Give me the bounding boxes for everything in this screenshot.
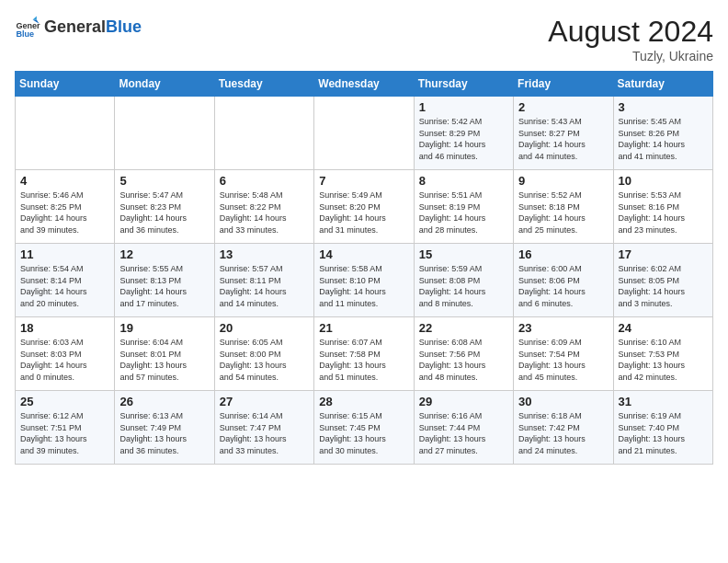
- day-number: 16: [518, 247, 608, 261]
- calendar-cell: 4Sunrise: 5:46 AM Sunset: 8:25 PM Daylig…: [16, 170, 115, 244]
- calendar-cell: 30Sunrise: 6:18 AM Sunset: 7:42 PM Dayli…: [514, 391, 613, 465]
- header-day-tuesday: Tuesday: [214, 72, 313, 97]
- logo-icon: General Blue: [15, 15, 40, 40]
- calendar-cell: 20Sunrise: 6:05 AM Sunset: 8:00 PM Dayli…: [214, 317, 313, 391]
- calendar-cell: 29Sunrise: 6:16 AM Sunset: 7:44 PM Dayli…: [414, 391, 513, 465]
- day-number: 20: [220, 321, 309, 335]
- day-number: 30: [518, 395, 608, 408]
- day-info: Sunrise: 6:04 AM Sunset: 8:01 PM Dayligh…: [119, 337, 209, 383]
- calendar-cell: 14Sunrise: 5:58 AM Sunset: 8:10 PM Dayli…: [314, 244, 414, 317]
- day-number: 7: [319, 174, 408, 188]
- day-info: Sunrise: 6:18 AM Sunset: 7:42 PM Dayligh…: [518, 410, 608, 456]
- week-row-3: 11Sunrise: 5:54 AM Sunset: 8:14 PM Dayli…: [16, 244, 713, 317]
- day-number: 11: [20, 247, 109, 261]
- calendar-cell: 25Sunrise: 6:12 AM Sunset: 7:51 PM Dayli…: [16, 391, 115, 465]
- day-info: Sunrise: 5:42 AM Sunset: 8:29 PM Dayligh…: [419, 116, 508, 162]
- header-row: SundayMondayTuesdayWednesdayThursdayFrid…: [16, 72, 713, 97]
- header-day-thursday: Thursday: [414, 72, 513, 97]
- day-info: Sunrise: 6:08 AM Sunset: 7:56 PM Dayligh…: [419, 337, 508, 383]
- calendar-cell: [214, 97, 313, 170]
- day-number: 24: [619, 321, 708, 335]
- calendar-cell: 21Sunrise: 6:07 AM Sunset: 7:58 PM Dayli…: [314, 317, 414, 391]
- day-number: 10: [619, 174, 708, 188]
- day-number: 28: [319, 395, 408, 408]
- day-number: 14: [319, 247, 408, 261]
- calendar-cell: [115, 97, 214, 170]
- day-number: 19: [119, 321, 209, 335]
- day-info: Sunrise: 5:57 AM Sunset: 8:11 PM Dayligh…: [220, 263, 309, 309]
- calendar-cell: 18Sunrise: 6:03 AM Sunset: 8:03 PM Dayli…: [16, 317, 115, 391]
- header-day-sunday: Sunday: [16, 72, 115, 97]
- day-info: Sunrise: 6:19 AM Sunset: 7:40 PM Dayligh…: [619, 410, 708, 456]
- day-info: Sunrise: 6:00 AM Sunset: 8:06 PM Dayligh…: [518, 263, 608, 309]
- day-info: Sunrise: 6:02 AM Sunset: 8:05 PM Dayligh…: [619, 263, 708, 309]
- week-row-5: 25Sunrise: 6:12 AM Sunset: 7:51 PM Dayli…: [16, 391, 713, 465]
- calendar-cell: 11Sunrise: 5:54 AM Sunset: 8:14 PM Dayli…: [16, 244, 115, 317]
- calendar-cell: 24Sunrise: 6:10 AM Sunset: 7:53 PM Dayli…: [613, 317, 712, 391]
- day-number: 5: [119, 174, 209, 188]
- day-info: Sunrise: 6:12 AM Sunset: 7:51 PM Dayligh…: [20, 410, 109, 456]
- calendar-cell: 5Sunrise: 5:47 AM Sunset: 8:23 PM Daylig…: [115, 170, 214, 244]
- day-info: Sunrise: 6:05 AM Sunset: 8:00 PM Dayligh…: [220, 337, 309, 383]
- calendar-cell: 15Sunrise: 5:59 AM Sunset: 8:08 PM Dayli…: [414, 244, 513, 317]
- day-info: Sunrise: 5:55 AM Sunset: 8:13 PM Dayligh…: [119, 263, 209, 309]
- day-info: Sunrise: 6:07 AM Sunset: 7:58 PM Dayligh…: [319, 337, 408, 383]
- calendar-cell: 2Sunrise: 5:43 AM Sunset: 8:27 PM Daylig…: [514, 97, 613, 170]
- calendar-cell: 17Sunrise: 6:02 AM Sunset: 8:05 PM Dayli…: [613, 244, 712, 317]
- calendar-cell: 28Sunrise: 6:15 AM Sunset: 7:45 PM Dayli…: [314, 391, 414, 465]
- week-row-1: 1Sunrise: 5:42 AM Sunset: 8:29 PM Daylig…: [16, 97, 713, 170]
- day-number: 4: [20, 174, 109, 188]
- day-info: Sunrise: 5:59 AM Sunset: 8:08 PM Dayligh…: [419, 263, 508, 309]
- day-number: 27: [220, 395, 309, 408]
- svg-marker-3: [33, 16, 37, 19]
- day-number: 26: [119, 395, 209, 408]
- location: Tuzly, Ukraine: [548, 49, 713, 63]
- day-info: Sunrise: 5:51 AM Sunset: 8:19 PM Dayligh…: [419, 190, 508, 236]
- calendar-cell: 22Sunrise: 6:08 AM Sunset: 7:56 PM Dayli…: [414, 317, 513, 391]
- calendar-cell: 10Sunrise: 5:53 AM Sunset: 8:16 PM Dayli…: [613, 170, 712, 244]
- day-info: Sunrise: 6:10 AM Sunset: 7:53 PM Dayligh…: [619, 337, 708, 383]
- day-info: Sunrise: 6:03 AM Sunset: 8:03 PM Dayligh…: [20, 337, 109, 383]
- header-day-wednesday: Wednesday: [314, 72, 414, 97]
- month-year: August 2024: [548, 15, 713, 49]
- week-row-2: 4Sunrise: 5:46 AM Sunset: 8:25 PM Daylig…: [16, 170, 713, 244]
- header-day-monday: Monday: [115, 72, 214, 97]
- calendar-cell: 6Sunrise: 5:48 AM Sunset: 8:22 PM Daylig…: [214, 170, 313, 244]
- day-info: Sunrise: 5:46 AM Sunset: 8:25 PM Dayligh…: [20, 190, 109, 236]
- calendar-cell: 23Sunrise: 6:09 AM Sunset: 7:54 PM Dayli…: [514, 317, 613, 391]
- day-info: Sunrise: 6:15 AM Sunset: 7:45 PM Dayligh…: [319, 410, 408, 456]
- day-number: 13: [220, 247, 309, 261]
- calendar-cell: 3Sunrise: 5:45 AM Sunset: 8:26 PM Daylig…: [613, 97, 712, 170]
- calendar-cell: 13Sunrise: 5:57 AM Sunset: 8:11 PM Dayli…: [214, 244, 313, 317]
- calendar-cell: [314, 97, 414, 170]
- day-number: 18: [20, 321, 109, 335]
- day-number: 6: [220, 174, 309, 188]
- calendar-cell: 16Sunrise: 6:00 AM Sunset: 8:06 PM Dayli…: [514, 244, 613, 317]
- calendar-cell: 7Sunrise: 5:49 AM Sunset: 8:20 PM Daylig…: [314, 170, 414, 244]
- calendar-cell: 31Sunrise: 6:19 AM Sunset: 7:40 PM Dayli…: [613, 391, 712, 465]
- day-info: Sunrise: 6:09 AM Sunset: 7:54 PM Dayligh…: [518, 337, 608, 383]
- day-info: Sunrise: 5:48 AM Sunset: 8:22 PM Dayligh…: [220, 190, 309, 236]
- day-number: 2: [518, 100, 608, 114]
- calendar-cell: [16, 97, 115, 170]
- calendar-cell: 9Sunrise: 5:52 AM Sunset: 8:18 PM Daylig…: [514, 170, 613, 244]
- day-number: 9: [518, 174, 608, 188]
- logo: General Blue GeneralBlue: [15, 15, 142, 40]
- day-number: 25: [20, 395, 109, 408]
- day-info: Sunrise: 5:43 AM Sunset: 8:27 PM Dayligh…: [518, 116, 608, 162]
- calendar-cell: 1Sunrise: 5:42 AM Sunset: 8:29 PM Daylig…: [414, 97, 513, 170]
- day-info: Sunrise: 6:14 AM Sunset: 7:47 PM Dayligh…: [220, 410, 309, 456]
- day-number: 1: [419, 100, 508, 114]
- header-day-friday: Friday: [514, 72, 613, 97]
- calendar-cell: 8Sunrise: 5:51 AM Sunset: 8:19 PM Daylig…: [414, 170, 513, 244]
- day-info: Sunrise: 5:53 AM Sunset: 8:16 PM Dayligh…: [619, 190, 708, 236]
- day-number: 17: [619, 247, 708, 261]
- day-info: Sunrise: 5:52 AM Sunset: 8:18 PM Dayligh…: [518, 190, 608, 236]
- page-header: General Blue GeneralBlue August 2024 Tuz…: [15, 15, 713, 63]
- calendar-cell: 26Sunrise: 6:13 AM Sunset: 7:49 PM Dayli…: [115, 391, 214, 465]
- day-number: 31: [619, 395, 708, 408]
- day-info: Sunrise: 6:16 AM Sunset: 7:44 PM Dayligh…: [419, 410, 508, 456]
- calendar-table: SundayMondayTuesdayWednesdayThursdayFrid…: [15, 71, 713, 465]
- day-number: 12: [119, 247, 209, 261]
- day-info: Sunrise: 5:58 AM Sunset: 8:10 PM Dayligh…: [319, 263, 408, 309]
